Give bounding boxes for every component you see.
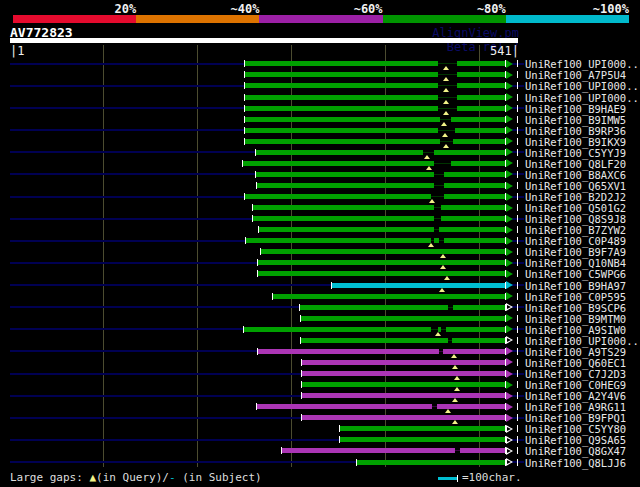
alignment-start-tick — [331, 282, 332, 289]
subject-arrow-icon — [506, 71, 513, 79]
alignment-start-tick — [244, 94, 245, 101]
subject-arrow-icon — [506, 259, 513, 267]
query-end-dash — [517, 259, 518, 266]
query-end-dash — [517, 226, 518, 233]
alignment-bar[interactable] — [245, 61, 505, 66]
alignment-bar[interactable] — [245, 95, 505, 100]
alignment-start-tick — [252, 204, 253, 211]
alignment-bar[interactable] — [246, 238, 505, 243]
subject-arrow-inner — [507, 338, 511, 342]
alignment-bar[interactable] — [302, 415, 505, 420]
alignment-bar[interactable] — [282, 448, 505, 453]
alignment-start-tick — [258, 226, 259, 233]
gap-legend-prefix: Large gaps: — [10, 471, 89, 484]
query-gap-icon — [443, 100, 449, 104]
query-end-dash — [517, 370, 518, 377]
query-end-dash — [517, 459, 518, 466]
query-end-dash — [517, 348, 518, 355]
query-end-dash — [517, 248, 518, 255]
identity-scale-label: ~80% — [383, 2, 506, 15]
query-end-dash — [517, 237, 518, 244]
subject-gap-line — [434, 218, 441, 219]
subject-arrow-icon — [506, 381, 513, 389]
alignment-start-tick — [242, 160, 243, 167]
query-end-dash — [517, 94, 518, 101]
alignment-bar[interactable] — [332, 283, 505, 288]
query-end-dash — [517, 171, 518, 178]
alignment-start-tick — [245, 237, 246, 244]
alignment-bar[interactable] — [244, 327, 505, 332]
alignment-bar[interactable] — [256, 172, 505, 177]
alignment-bar[interactable] — [245, 106, 505, 111]
identity-scale-label: ~100% — [506, 2, 629, 15]
subject-arrow-icon — [506, 292, 513, 300]
alignment-bar[interactable] — [340, 426, 505, 431]
alignment-start-tick — [281, 447, 282, 454]
subject-gap-segment — [439, 238, 444, 243]
query-end-dash — [517, 71, 518, 78]
subject-gap-line — [438, 130, 455, 131]
subject-arrow-icon — [506, 137, 513, 145]
subject-arrow-inner — [507, 438, 511, 442]
subject-arrow-icon — [506, 403, 513, 411]
subject-arrow-inner — [507, 449, 511, 453]
alignview-screen: 20%~40%~60%~80%~100% AV772823 AlignView.… — [0, 0, 640, 487]
alignment-start-tick — [244, 82, 245, 89]
subject-gap-line — [438, 85, 457, 86]
subject-gap-segment — [455, 448, 460, 453]
query-end-dash — [517, 304, 518, 311]
alignment-bar[interactable] — [300, 305, 505, 310]
subject-arrow-icon — [506, 215, 513, 223]
query-end-dash — [517, 160, 518, 167]
alignment-bar[interactable] — [257, 183, 505, 188]
query-gap-icon — [440, 265, 446, 269]
query-gap-icon — [435, 332, 441, 336]
alignment-bar[interactable] — [245, 72, 505, 77]
alignment-bar[interactable] — [357, 460, 505, 465]
alignment-start-tick — [244, 71, 245, 78]
alignment-bar[interactable] — [301, 316, 505, 321]
identity-scale-segment — [136, 15, 259, 23]
alignment-bar[interactable] — [258, 271, 505, 276]
alignment-bar[interactable] — [245, 83, 505, 88]
alignment-start-tick — [301, 359, 302, 366]
alignment-bar[interactable] — [245, 194, 505, 199]
query-gap-icon — [428, 243, 434, 247]
alignment-bar[interactable] — [302, 371, 505, 376]
alignment-bar[interactable] — [253, 216, 505, 221]
identity-scale-label: 20% — [13, 2, 136, 15]
alignment-start-tick — [301, 381, 302, 388]
subject-label[interactable]: UniRef100_Q8LJJ6 — [525, 457, 626, 469]
subject-gap-segment — [434, 183, 443, 188]
alignment-bar[interactable] — [259, 227, 505, 232]
identity-scale-segment — [383, 15, 506, 23]
subject-arrow-icon — [506, 248, 513, 256]
alignment-bar[interactable] — [245, 139, 505, 144]
subject-gap-line — [423, 152, 434, 153]
alignment-bar[interactable] — [301, 338, 505, 343]
alignment-bar[interactable] — [261, 249, 505, 254]
alignment-bar[interactable] — [302, 382, 505, 387]
query-end-dash — [517, 270, 518, 277]
alignment-bar[interactable] — [302, 393, 505, 398]
alignment-bar[interactable] — [302, 360, 505, 365]
alignment-bar[interactable] — [243, 161, 505, 166]
alignment-bar[interactable] — [245, 117, 505, 122]
alignment-bar[interactable] — [273, 294, 504, 299]
gap-legend: Large gaps: ▲(in Query)/- (in Subject) — [10, 471, 262, 484]
alignment-bar[interactable] — [256, 150, 505, 155]
alignment-bar[interactable] — [340, 437, 505, 442]
subject-arrow-icon — [506, 347, 513, 355]
subject-gap-line — [434, 185, 443, 186]
alignment-bar[interactable] — [258, 260, 505, 265]
alignment-bar[interactable] — [253, 205, 505, 210]
alignment-start-tick — [244, 127, 245, 134]
subject-gap-segment — [448, 338, 452, 343]
subject-arrow-icon — [506, 104, 513, 112]
alignment-bar[interactable] — [258, 349, 505, 354]
alignment-bar[interactable] — [245, 128, 505, 133]
query-end-dash — [517, 82, 518, 89]
subject-arrow-icon — [506, 93, 513, 101]
alignment-bar[interactable] — [257, 404, 505, 409]
identity-scale-segment — [13, 15, 136, 23]
